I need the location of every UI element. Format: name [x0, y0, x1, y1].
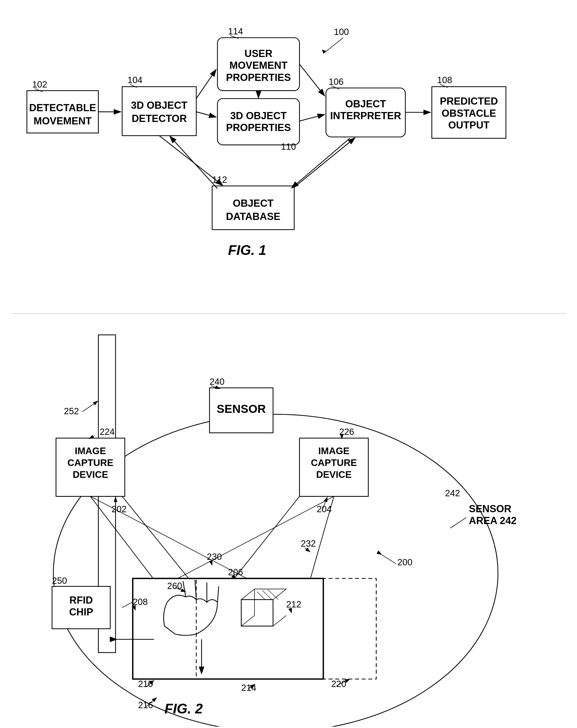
object-database-label1: OBJECT: [233, 198, 273, 209]
ref-106: 106: [329, 77, 344, 87]
fig1-label: FIG. 1: [228, 242, 266, 258]
ref-224: 224: [100, 426, 115, 437]
predicted-output-label2: OBSTACLE: [442, 108, 496, 119]
ref-226: 226: [339, 426, 355, 437]
ref-104: 104: [127, 75, 142, 85]
ref-220: 220: [331, 679, 346, 689]
ref-214: 214: [241, 683, 257, 693]
ref-200: 200: [397, 557, 413, 567]
ref-250: 250: [52, 575, 67, 586]
fig1-container: 100 DETECTABLE MOVEMENT 102 3D OBJECT DE…: [11, 11, 566, 314]
arrow-od-to-op: [196, 112, 216, 117]
arrow-od-to-db: [159, 136, 223, 185]
user-movement-props-label2: MOVEMENT: [230, 60, 288, 71]
ref-114: 114: [228, 26, 243, 36]
arrow-op-to-oi: [299, 114, 324, 121]
ref-216: 216: [138, 700, 153, 710]
predicted-output-label3: OUTPUT: [448, 120, 490, 131]
object-detector-label2: DETECTOR: [132, 113, 187, 124]
ref-240: 240: [209, 376, 225, 387]
arrow-ump-to-oi: [299, 64, 324, 96]
ref-100: 100: [334, 27, 349, 37]
ref-202: 202: [112, 504, 127, 514]
main-object-box: [133, 578, 323, 679]
ref-206: 206: [228, 567, 243, 577]
ref-108: 108: [437, 75, 452, 85]
object-interpreter-label2: INTERPRETER: [330, 110, 401, 121]
ref-252: 252: [64, 406, 79, 416]
object-props-label2: PROPERTIES: [226, 122, 291, 133]
svg-line-11: [450, 517, 466, 528]
user-movement-props-label1: USER: [245, 48, 273, 59]
icd2-label3: DEVICE: [316, 469, 352, 480]
icd1-label1: IMAGE: [75, 446, 106, 456]
object-database-label2: DATABASE: [226, 211, 280, 222]
object-detector-box: [122, 87, 196, 136]
icd1-label2: CAPTURE: [68, 458, 113, 468]
rfid-label1: RFID: [69, 595, 93, 606]
user-movement-props-label3: PROPERTIES: [226, 72, 291, 83]
sensor-area-label1: SENSOR: [469, 503, 511, 514]
arrow-oi-to-db: [292, 138, 350, 188]
sensor-area-label2: AREA 242: [469, 515, 517, 526]
ref-200-arrow: [382, 554, 396, 564]
fig1-svg: 100 DETECTABLE MOVEMENT 102 3D OBJECT DE…: [11, 11, 566, 313]
detectable-movement-label: DETECTABLE: [29, 102, 96, 113]
page: 100 DETECTABLE MOVEMENT 102 3D OBJECT DE…: [0, 0, 577, 728]
fig2-label: FIG. 2: [164, 701, 203, 717]
object-props-box: [217, 99, 299, 145]
ref-242: 242: [445, 488, 460, 498]
fig2-svg: SENSOR AREA 242 242 252 IMAGE CAPTURE DE…: [11, 314, 566, 727]
rfid-label2: CHIP: [69, 606, 93, 618]
ref-208: 208: [133, 597, 148, 607]
detectable-movement-label2: MOVEMENT: [33, 115, 91, 127]
ref-110: 110: [281, 141, 296, 152]
ref-252-arrow: [82, 401, 98, 412]
object-props-label1: 3D OBJECT: [230, 110, 287, 121]
icd2-label2: CAPTURE: [311, 458, 357, 468]
object-interpreter-label1: OBJECT: [345, 98, 386, 109]
arrow-db-to-od: [170, 136, 217, 188]
predicted-output-label1: PREDICTED: [440, 96, 498, 107]
ref-230: 230: [207, 552, 222, 562]
ref-210: 210: [138, 679, 153, 689]
ref-232: 232: [301, 538, 316, 549]
arrow-od-to-ump: [196, 69, 216, 99]
arrow-db-to-oi: [294, 138, 355, 187]
svg-line-2: [323, 38, 343, 54]
fig2-container: SENSOR AREA 242 242 252 IMAGE CAPTURE DE…: [11, 314, 566, 727]
ref-102: 102: [32, 79, 47, 89]
ref-212: 212: [286, 599, 301, 609]
object-detector-label1: 3D OBJECT: [131, 100, 187, 111]
icd1-label3: DEVICE: [73, 469, 108, 480]
icd2-label1: IMAGE: [318, 446, 349, 456]
sensor-label: SENSOR: [216, 402, 266, 415]
